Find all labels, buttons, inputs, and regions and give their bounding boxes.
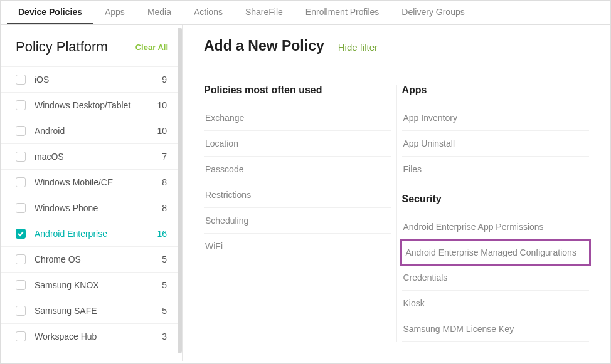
tab-media[interactable]: Media [136,1,183,24]
platform-item-windows-mobile-ce[interactable]: Windows Mobile/CE8 [1,169,182,195]
policy-link-app-uninstall[interactable]: App Uninstall [402,131,590,157]
security-list: Android Enterprise App PermissionsAndroi… [402,214,590,342]
tab-device-policies[interactable]: Device Policies [7,1,93,24]
platform-label: Windows Desktop/Tablet [35,100,154,110]
apps-list: App InventoryApp UninstallFiles [402,105,590,182]
platform-label: Android [35,126,154,136]
platform-count: 10 [154,100,167,110]
policy-link-wifi[interactable]: WiFi [204,234,391,259]
platform-label: Workspace Hub [35,331,154,341]
security-heading: Security [402,194,590,214]
content-area: Policy Platform Clear All iOS9Windows De… [1,25,610,361]
checkbox-icon[interactable] [16,203,26,213]
platform-item-android[interactable]: Android10 [1,118,182,143]
checkbox-icon[interactable] [16,152,26,162]
platform-count: 10 [154,126,167,136]
platform-count: 8 [154,203,167,213]
platform-label: Android Enterprise [35,229,154,239]
policy-link-exchange[interactable]: Exchange [204,105,391,131]
policy-link-app-inventory[interactable]: App Inventory [402,105,590,131]
sidebar: Policy Platform Clear All iOS9Windows De… [1,25,183,361]
checkbox-icon[interactable] [16,306,26,316]
tab-apps[interactable]: Apps [93,1,136,24]
policy-link-android-enterprise-app-permissions[interactable]: Android Enterprise App Permissions [402,214,590,240]
policy-link-restrictions[interactable]: Restrictions [204,182,391,208]
most-used-heading: Policies most often used [204,85,391,105]
main-panel: Add a New Policy Hide filter Policies mo… [183,25,610,361]
platform-count: 5 [154,280,167,290]
platform-item-windows-phone[interactable]: Windows Phone8 [1,195,182,221]
policy-link-scheduling[interactable]: Scheduling [204,208,391,234]
platform-label: Samsung SAFE [35,306,154,316]
tab-sharefile[interactable]: ShareFile [234,1,294,24]
sidebar-header: Policy Platform Clear All [1,36,182,66]
page-title: Add a New Policy [204,38,324,55]
policy-link-passcode[interactable]: Passcode [204,157,391,182]
top-tabs: Device PoliciesAppsMediaActionsShareFile… [1,1,610,25]
scrollbar-thumb[interactable] [178,28,182,353]
platform-count: 5 [154,306,167,316]
platform-label: Windows Phone [35,203,154,213]
platform-count: 9 [154,75,167,85]
sidebar-title: Policy Platform [16,39,108,55]
policy-link-files[interactable]: Files [402,157,590,182]
most-used-list: ExchangeLocationPasscodeRestrictionsSche… [204,105,391,259]
checkbox-icon[interactable] [16,229,26,239]
platform-item-ios[interactable]: iOS9 [1,66,182,92]
policies-most-used-column: Policies most often used ExchangeLocatio… [204,85,397,342]
platform-label: iOS [35,75,154,85]
apps-heading: Apps [402,85,590,105]
tab-actions[interactable]: Actions [183,1,234,24]
platform-item-android-enterprise[interactable]: Android Enterprise16 [1,221,182,246]
tab-delivery-groups[interactable]: Delivery Groups [390,1,476,24]
main-header: Add a New Policy Hide filter [204,38,589,55]
checkbox-icon[interactable] [16,177,26,187]
hide-filter-link[interactable]: Hide filter [338,42,378,53]
policy-link-credentials[interactable]: Credentials [402,265,590,291]
policy-link-kiosk[interactable]: Kiosk [402,291,590,316]
policy-columns: Policies most often used ExchangeLocatio… [204,85,589,342]
policy-link-android-enterprise-managed-configurations[interactable]: Android Enterprise Managed Configuration… [400,239,592,266]
platform-label: macOS [35,152,154,162]
policy-link-location[interactable]: Location [204,131,391,157]
checkbox-icon[interactable] [16,75,26,85]
platform-item-samsung-safe[interactable]: Samsung SAFE5 [1,298,182,323]
checkbox-icon[interactable] [16,254,26,264]
platform-item-macos[interactable]: macOS7 [1,143,182,169]
platform-count: 7 [154,152,167,162]
clear-all-link[interactable]: Clear All [135,43,168,52]
platform-item-windows-desktop-tablet[interactable]: Windows Desktop/Tablet10 [1,92,182,118]
tab-enrollment-profiles[interactable]: Enrollment Profiles [294,1,391,24]
platform-label: Samsung KNOX [35,280,154,290]
checkbox-icon[interactable] [16,280,26,290]
platform-item-chrome-os[interactable]: Chrome OS5 [1,246,182,272]
platform-list: iOS9Windows Desktop/Tablet10Android10mac… [1,66,182,349]
platform-count: 16 [154,229,167,239]
platform-item-samsung-knox[interactable]: Samsung KNOX5 [1,272,182,298]
platform-count: 8 [154,177,167,187]
platform-label: Windows Mobile/CE [35,177,154,187]
checkbox-icon[interactable] [16,100,26,110]
platform-label: Chrome OS [35,254,154,264]
checkbox-icon[interactable] [16,126,26,136]
platform-count: 5 [154,254,167,264]
platform-item-workspace-hub[interactable]: Workspace Hub3 [1,323,182,349]
platform-count: 3 [154,331,167,341]
policies-right-column: Apps App InventoryApp UninstallFiles Sec… [397,85,590,342]
policy-link-samsung-mdm-license-key[interactable]: Samsung MDM License Key [402,316,590,342]
checkbox-icon[interactable] [16,331,26,341]
